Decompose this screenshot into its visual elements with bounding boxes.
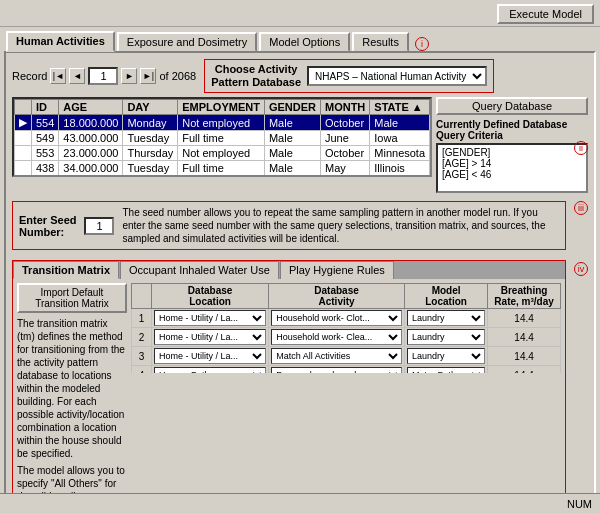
cell-day: Monday <box>123 115 178 131</box>
table-row[interactable]: ▶ 554 18.000.000 Monday Not employed Mal… <box>15 115 430 131</box>
transition-tab-water[interactable]: Occupant Inhaled Water Use <box>120 261 279 279</box>
matrix-db-act-select[interactable]: Household work- Clea... <box>271 329 402 345</box>
seed-input[interactable] <box>84 217 114 235</box>
matrix-col-model-location: ModelLocation <box>404 284 487 309</box>
query-database-button[interactable]: Query Database <box>436 97 588 115</box>
cell-state: Indiana <box>370 176 430 178</box>
cell-age: 43.000.000 <box>59 131 123 146</box>
record-input[interactable] <box>88 67 118 85</box>
cell-id: 553 <box>32 146 59 161</box>
matrix-db-loc: Home - Utility / La... <box>152 347 269 366</box>
transition-section: Transition Matrix Occupant Inhaled Water… <box>12 260 566 504</box>
col-employment[interactable]: EMPLOYMENT <box>178 100 265 115</box>
matrix-num: 3 <box>132 347 152 366</box>
col-day[interactable]: DAY <box>123 100 178 115</box>
matrix-db-loc-select[interactable]: Home - Utility / La... <box>154 310 266 326</box>
col-gender[interactable]: GENDER <box>264 100 320 115</box>
cell-day: Tuesday <box>123 161 178 176</box>
nav-last[interactable]: ►| <box>140 68 156 84</box>
cell-gender: Male <box>264 161 320 176</box>
transition-tabs: Transition Matrix Occupant Inhaled Water… <box>13 261 565 279</box>
col-age[interactable]: AGE <box>59 100 123 115</box>
choose-activity-label: Choose ActivityPattern Database <box>211 63 301 89</box>
data-table-wrapper[interactable]: ID AGE DAY EMPLOYMENT GENDER MONTH STATE… <box>12 97 432 177</box>
matrix-col-db-location: DatabaseLocation <box>152 284 269 309</box>
matrix-db-loc: Home - Bathroom <box>152 366 269 374</box>
nav-first[interactable]: |◄ <box>50 68 66 84</box>
cell-age: 23.000.000 <box>59 146 123 161</box>
transition-tab-hygiene[interactable]: Play Hygiene Rules <box>280 261 394 279</box>
execute-button[interactable]: Execute Model <box>497 4 594 24</box>
matrix-breathing: 14.4 <box>488 347 561 366</box>
activity-pattern-select[interactable]: NHAPS – National Human Activity Pattern … <box>307 66 487 86</box>
cell-id: 554 <box>32 115 59 131</box>
query-panel: Query Database Currently Defined Databas… <box>436 97 588 193</box>
cell-state: Illinois <box>370 161 430 176</box>
matrix-db-loc-select[interactable]: Home - Bathroom <box>154 367 266 373</box>
nav-next[interactable]: ► <box>121 68 137 84</box>
matrix-db-loc: Home - Utility / La... <box>152 309 269 328</box>
col-id[interactable]: ID <box>32 100 59 115</box>
record-total: of 2068 <box>159 70 196 82</box>
col-state[interactable]: STATE ▲ <box>370 100 430 115</box>
transition-row: Transition Matrix Occupant Inhaled Water… <box>12 258 588 504</box>
tab-model-options[interactable]: Model Options <box>259 32 350 52</box>
col-month[interactable]: MONTH <box>320 100 369 115</box>
matrix-model-loc: Laundry <box>404 328 487 347</box>
matrix-db-act-select[interactable]: Match All Activities <box>271 348 402 364</box>
matrix-db-loc: Home - Utility / La... <box>152 328 269 347</box>
seed-description: The seed number allows you to repeat the… <box>122 206 559 245</box>
matrix-scroll[interactable]: DatabaseLocation DatabaseActivity ModelL… <box>131 283 561 373</box>
main-panel: Record |◄ ◄ ► ►| of 2068 Choose Activity… <box>4 51 596 504</box>
cell-gender: Male <box>264 131 320 146</box>
matrix-db-act: Personal needs and o... <box>269 366 405 374</box>
tab-results[interactable]: Results <box>352 32 409 52</box>
col-arrow <box>15 100 32 115</box>
cell-id: 440 <box>32 176 59 178</box>
cell-employment: Not employed <box>178 115 265 131</box>
table-row[interactable]: 440 18.000.000 Tuesday Not employed Male… <box>15 176 430 178</box>
matrix-db-loc-select[interactable]: Home - Utility / La... <box>154 329 266 345</box>
annotation-i: i <box>415 37 429 51</box>
record-navigation: Record |◄ ◄ ► ►| of 2068 <box>12 67 196 85</box>
cell-state: Male <box>370 115 430 131</box>
matrix-model-loc-select[interactable]: Mater Bath <box>407 367 485 373</box>
cell-gender: Male <box>264 176 320 178</box>
transition-desc1: The transition matrix (tm) defines the m… <box>17 317 127 460</box>
cell-employment: Full time <box>178 161 265 176</box>
table-row[interactable]: 438 34.000.000 Tuesday Full time Male Ma… <box>15 161 430 176</box>
seed-row: Enter SeedNumber: The seed number allows… <box>12 197 588 254</box>
nav-prev[interactable]: ◄ <box>69 68 85 84</box>
table-query-row: ID AGE DAY EMPLOYMENT GENDER MONTH STATE… <box>12 97 588 193</box>
query-criteria-text: [GENDER][AGE] > 14[AGE] < 46 <box>442 147 582 180</box>
row-arrow: ▶ <box>15 115 32 131</box>
cell-employment: Not employed <box>178 176 265 178</box>
cell-age: 18.000.000 <box>59 115 123 131</box>
record-label: Record <box>12 70 47 82</box>
import-matrix-button[interactable]: Import Default Transition Matrix <box>17 283 127 313</box>
table-row[interactable]: 553 23.000.000 Thursday Not employed Mal… <box>15 146 430 161</box>
row-arrow <box>15 161 32 176</box>
matrix-db-act-select[interactable]: Personal needs and o... <box>271 367 402 373</box>
matrix-model-loc-select[interactable]: Laundry <box>407 348 485 364</box>
matrix-db-loc-select[interactable]: Home - Utility / La... <box>154 348 266 364</box>
tab-human-activities[interactable]: Human Activities <box>6 31 115 52</box>
annotation-iv: iv <box>574 262 588 276</box>
table-row[interactable]: 549 43.000.000 Tuesday Full time Male Ju… <box>15 131 430 146</box>
matrix-table: DatabaseLocation DatabaseActivity ModelL… <box>131 283 561 373</box>
query-criteria-label: Currently Defined DatabaseQuery Criteria <box>436 119 588 141</box>
matrix-model-loc-select[interactable]: Laundry <box>407 310 485 326</box>
matrix-row: 1 Home - Utility / La... Household work-… <box>132 309 561 328</box>
cell-day: Tuesday <box>123 131 178 146</box>
matrix-model-loc-select[interactable]: Laundry <box>407 329 485 345</box>
transition-tab-matrix[interactable]: Transition Matrix <box>13 261 119 279</box>
matrix-db-act: Household work- Clea... <box>269 328 405 347</box>
tab-exposure-dosimetry[interactable]: Exposure and Dosimetry <box>117 32 257 52</box>
choose-activity-section: Choose ActivityPattern Database NHAPS – … <box>204 59 494 93</box>
cell-age: 34.000.000 <box>59 161 123 176</box>
matrix-col-db-activity: DatabaseActivity <box>269 284 405 309</box>
matrix-db-act-select[interactable]: Household work- Clot... <box>271 310 402 326</box>
annotation-ii: ii <box>574 141 588 155</box>
matrix-model-loc: Laundry <box>404 347 487 366</box>
cell-month: October <box>320 146 369 161</box>
